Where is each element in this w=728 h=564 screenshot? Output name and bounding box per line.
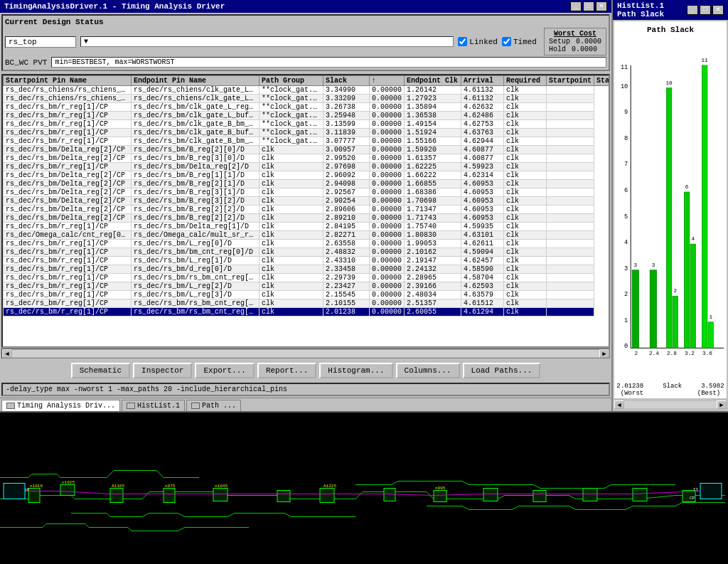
col-startpoint2[interactable]: Startpoint: [547, 76, 594, 86]
table-row[interactable]: rs_dec/rs_bm/Delta_reg[2]/CPrs_dec/rs_bm…: [4, 197, 611, 206]
table-row[interactable]: rs_dec/rs_bm/r_reg[1]/CPrs_dec/rs_bm/Del…: [4, 223, 611, 231]
table-row[interactable]: rs_dec/rs_bm/Delta_reg[2]/CPrs_dec/rs_bm…: [4, 180, 611, 188]
table-row[interactable]: rs_dec/rs_bm/r_reg[1]/CPrs_dec/rs_bm/clk…: [4, 120, 611, 129]
table-row[interactable]: rs_dec/rs_bm/r_reg[1]/CPrs_dec/rs_bm/clk…: [4, 112, 611, 120]
table-cell: [547, 206, 594, 214]
table-row[interactable]: rs_dec/rs_bm/r_reg[1]/CPrs_dec/rs_bm/clk…: [4, 137, 611, 146]
h-scrollbar[interactable]: ◀ ▶: [1, 348, 610, 358]
table-cell: rs_dec/rs_chiens/rs_chiens_done...: [4, 86, 132, 95]
col-arrival[interactable]: Arrival: [461, 76, 504, 86]
tab-timing[interactable]: Timing Analysis Driv...: [1, 400, 120, 411]
table-cell: 1.66222: [405, 171, 461, 180]
table-row[interactable]: rs_dec/rs_bm/r_reg[1]/CPrs_dec/rs_bm/rs_…: [4, 274, 611, 282]
hist-h-scroll[interactable]: ◀ ▶: [614, 400, 727, 410]
table-row[interactable]: rs_dec/Omega_calc/cnt_reg[0]/CPrs_dec/Om…: [4, 231, 611, 240]
chart-area: Path Slack 0 1 2 3 4 5 6 7 8 9 10 11: [614, 21, 727, 398]
bar-2: [632, 270, 639, 348]
minimize-button[interactable]: _: [570, 1, 582, 11]
linked-check[interactable]: [458, 37, 467, 46]
table-row[interactable]: rs_dec/rs_chiens/rs_chiens_done...rs_dec…: [4, 95, 611, 103]
histogram-button[interactable]: Histogram...: [319, 363, 392, 378]
table-cell: 2.60055: [405, 308, 461, 316]
table-row[interactable]: rs_dec/rs_bm/Delta_reg[2]/CPrs_dec/rs_bm…: [4, 214, 611, 223]
timed-checkbox[interactable]: Timed: [502, 37, 537, 46]
linked-checkbox[interactable]: Linked: [458, 37, 498, 46]
table-cell: clk: [259, 231, 323, 240]
table-row[interactable]: rs_dec/rs_bm/r_reg[1]/CPrs_dec/rs_bm/L_r…: [4, 291, 611, 299]
table-row[interactable]: rs_dec/rs_bm/Delta_reg[2]/CPrs_dec/rs_bm…: [4, 188, 611, 197]
table-cell: 3.33209: [323, 95, 370, 103]
scroll-left-btn[interactable]: ◀: [2, 349, 12, 358]
table-cell: 2.39166: [405, 282, 461, 291]
table-cell: 2.90254: [323, 197, 370, 206]
svg-text:4: 4: [691, 236, 695, 242]
table-row[interactable]: rs_dec/rs_bm/Delta_reg[2]/CPrs_dec/rs_bm…: [4, 206, 611, 214]
table-row[interactable]: rs_dec/rs_bm/r_reg[1]/CPrs_dec/rs_bm/rs_…: [4, 299, 611, 308]
table-row[interactable]: rs_dec/rs_bm/r_reg[1]/CPrs_dec/rs_bm/rs_…: [4, 308, 611, 316]
close-button[interactable]: ×: [596, 1, 607, 11]
table-row[interactable]: rs_dec/rs_bm/r_reg[1]/CPrs_dec/rs_bm/bm_…: [4, 248, 611, 257]
maximize-button[interactable]: □: [583, 1, 594, 11]
min-max-display[interactable]: min=BESTBEST, max=WORSTWORST: [51, 57, 606, 68]
schematic-button[interactable]: Schematic: [71, 363, 130, 378]
table-cell: clk: [504, 146, 547, 154]
hist-scroll-track[interactable]: [624, 401, 717, 408]
table-row[interactable]: rs_dec/rs_bm/Delta_reg[2]/CPrs_dec/rs_bm…: [4, 171, 611, 180]
scroll-right-btn[interactable]: ▶: [599, 349, 609, 358]
table-cell: 1.59920: [405, 146, 461, 154]
tab-histlist[interactable]: HistList.1: [122, 400, 185, 411]
table-cell: clk: [504, 163, 547, 171]
timed-check[interactable]: [502, 37, 511, 46]
table-cell: 4.61132: [461, 86, 504, 95]
table-row[interactable]: rs_dec/rs_bm/r_reg[1]/CPrs_dec/rs_bm/clk…: [4, 103, 611, 112]
table-row[interactable]: rs_dec/rs_bm/r_reg[1]/CPrs_dec/rs_bm/L_r…: [4, 282, 611, 291]
col-required[interactable]: Required: [504, 76, 547, 86]
hist-title-buttons: _ □ ×: [687, 5, 724, 15]
table-row[interactable]: rs_dec/rs_bm/r_reg[1]/CPrs_dec/rs_bm/L_r…: [4, 240, 611, 248]
title-buttons: _ □ ×: [570, 1, 607, 11]
col-startpoint[interactable]: Startpoint Pin Name: [4, 76, 132, 86]
table-row[interactable]: rs_dec/rs_bm/r_reg[1]/CPrs_dec/rs_bm/Del…: [4, 163, 611, 171]
col-slack[interactable]: Slack: [323, 76, 370, 86]
table-row[interactable]: rs_dec/rs_bm/r_reg[1]/CPrs_dec/rs_bm/clk…: [4, 129, 611, 137]
table-cell: [547, 274, 594, 282]
design-name[interactable]: rs_top: [5, 36, 76, 48]
hist-scroll-right[interactable]: ▶: [717, 400, 727, 409]
design-select[interactable]: ▼: [80, 36, 454, 47]
timing-table-container[interactable]: Startpoint Pin Name Endpoint Pin Name Pa…: [1, 74, 610, 348]
table-row[interactable]: rs_dec/rs_bm/Delta_reg[2]/CPrs_dec/rs_bm…: [4, 146, 611, 154]
hist-maximize-btn[interactable]: □: [700, 5, 711, 15]
schematic-view[interactable]: n1016 n1025 A1165 n975 n1045 A1225 n905 …: [0, 413, 728, 564]
col-sort-arrow[interactable]: ↑: [370, 76, 405, 86]
hist-close-btn[interactable]: ×: [712, 5, 724, 15]
table-cell: 4.60953: [461, 188, 504, 197]
col-pathgroup[interactable]: Path Group: [259, 76, 323, 86]
columns-button[interactable]: Columns...: [396, 363, 460, 378]
table-row[interactable]: rs_dec/rs_bm/r_reg[1]/CPrs_dec/rs_bm/d_r…: [4, 265, 611, 274]
inspector-button[interactable]: Inspector: [133, 363, 192, 378]
table-row[interactable]: rs_dec/rs_chiens/rs_chiens_done...rs_dec…: [4, 86, 611, 95]
table-row[interactable]: rs_dec/rs_bm/Delta_reg[2]/CPrs_dec/rs_bm…: [4, 154, 611, 163]
bar-2-8b: [673, 296, 678, 348]
col-endclk[interactable]: Endpoint Clk: [405, 76, 461, 86]
hist-minimize-btn[interactable]: _: [687, 5, 698, 15]
table-cell: clk: [259, 154, 323, 163]
table-cell: [547, 146, 594, 154]
export-button[interactable]: Export...: [195, 363, 254, 378]
svg-rect-28: [28, 489, 40, 503]
table-cell: clk: [504, 257, 547, 265]
scroll-track-h[interactable]: [12, 350, 599, 357]
tab-path[interactable]: Path ...: [186, 400, 241, 411]
table-cell: clk: [504, 240, 547, 248]
col-sta[interactable]: Sta: [594, 76, 610, 86]
hist-scroll-left[interactable]: ◀: [614, 400, 624, 409]
table-cell: [547, 120, 594, 129]
table-row[interactable]: rs_dec/rs_bm/r_reg[1]/CPrs_dec/rs_bm/L_r…: [4, 257, 611, 265]
table-cell: 3.13599: [323, 120, 370, 129]
table-cell: clk: [259, 257, 323, 265]
load-paths-button[interactable]: Load Paths...: [463, 363, 541, 378]
table-cell: 2.92567: [323, 188, 370, 197]
table-cell: [547, 163, 594, 171]
col-endpoint[interactable]: Endpoint Pin Name: [132, 76, 259, 86]
report-button[interactable]: Report...: [257, 363, 316, 378]
